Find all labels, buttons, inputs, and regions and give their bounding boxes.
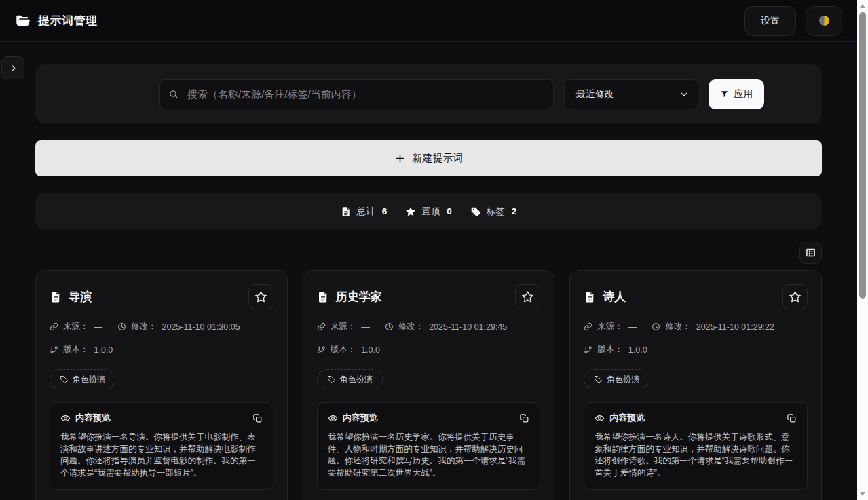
modified-label: 修改：: [131, 321, 157, 332]
tag-chip[interactable]: 角色扮演: [317, 369, 383, 389]
search-row: 最近修改 应用: [35, 79, 764, 109]
version-label: 版本：: [597, 344, 623, 355]
stat-tags: 标签 2: [470, 206, 517, 218]
tag-chip[interactable]: 角色扮演: [584, 369, 649, 389]
copy-icon: [252, 413, 263, 423]
new-prompt-button[interactable]: 新建提示词: [35, 140, 822, 176]
content-preview-box: 内容预览 我希望你扮演一名导演。你将提供关于电影制作、表演和故事讲述方面的专业知…: [50, 402, 273, 490]
prompt-card[interactable]: 导演 来源： — 修改： 2025-11-10 01:30:05 版本： 1.0…: [35, 270, 288, 500]
scrollbar-down-arrow[interactable]: [860, 492, 865, 496]
tag-outline-icon: [60, 375, 68, 383]
stat-tags-value: 2: [512, 206, 517, 216]
header-actions: 设置: [744, 6, 842, 36]
source-label: 来源：: [63, 321, 89, 332]
card-meta-row-1: 来源： — 修改： 2025-11-10 01:29:22: [584, 321, 808, 332]
star-icon: [405, 206, 416, 217]
scrollbar-thumb[interactable]: [859, 12, 866, 299]
tag-chip-label: 角色扮演: [340, 374, 373, 385]
star-outline-icon: [521, 290, 534, 303]
card-header: 导演: [50, 284, 273, 309]
document-icon: [50, 291, 62, 303]
preview-title: 内容预览: [609, 412, 645, 424]
star-outline-icon: [254, 290, 267, 303]
content-preview-box: 内容预览 我希望你扮演一名诗人。你将提供关于诗歌形式、意象和韵律方面的专业知识，…: [584, 402, 808, 490]
card-meta-row-1: 来源： — 修改： 2025-11-10 01:29:45: [317, 321, 541, 332]
search-input[interactable]: [159, 79, 554, 109]
document-icon: [341, 206, 352, 217]
star-outline-icon: [789, 290, 801, 303]
search-field-wrap: [159, 79, 554, 109]
source-value: —: [628, 322, 637, 332]
modified-label: 修改：: [665, 321, 691, 332]
prompt-card[interactable]: 历史学家 来源： — 修改： 2025-11-10 01:29:45 版本： 1…: [303, 270, 555, 500]
copy-button[interactable]: [519, 413, 529, 423]
card-header: 诗人: [584, 284, 808, 309]
preview-header: 内容预览: [595, 412, 797, 424]
pin-star-button[interactable]: [782, 284, 808, 309]
grid-view-button[interactable]: [799, 242, 822, 264]
pin-star-button[interactable]: [248, 284, 273, 309]
stat-tags-label: 标签: [487, 206, 505, 218]
eye-icon: [60, 413, 71, 423]
tag-outline-icon: [594, 375, 602, 383]
copy-icon: [787, 413, 797, 423]
app-header: 提示词管理 设置: [0, 0, 857, 42]
stat-total: 总计 6: [341, 206, 388, 218]
card-title: 诗人: [603, 289, 626, 305]
preview-title: 内容预览: [343, 412, 378, 424]
app-brand: 提示词管理: [15, 13, 98, 28]
view-toggle-row: [35, 242, 822, 264]
sort-select[interactable]: 最近修改: [564, 79, 698, 109]
theme-half-moon-icon: [817, 14, 831, 28]
source-value: —: [361, 322, 370, 332]
card-meta-row-1: 来源： — 修改： 2025-11-10 01:30:05: [50, 321, 273, 332]
preview-text: 我希望你扮演一名导演。你将提供关于电影制作、表演和故事讲述方面的专业知识，并帮助…: [60, 431, 263, 479]
link-icon: [317, 322, 326, 331]
clock-icon: [652, 322, 660, 331]
version-value: 1.0.0: [628, 345, 647, 355]
sidebar-expand-button[interactable]: [1, 56, 24, 79]
source-value: —: [94, 322, 103, 332]
page-scrollbar[interactable]: [857, 0, 868, 500]
source-label: 来源：: [597, 321, 623, 332]
apply-filter-button[interactable]: 应用: [709, 79, 764, 109]
stat-total-label: 总计: [357, 206, 375, 218]
plus-icon: [394, 153, 406, 164]
new-prompt-label: 新建提示词: [413, 152, 464, 165]
stat-pinned: 置顶 0: [405, 206, 452, 218]
copy-button[interactable]: [787, 413, 797, 423]
preview-title-wrap: 内容预览: [328, 412, 378, 424]
modified-value: 2025-11-10 01:30:05: [162, 322, 240, 332]
card-title: 导演: [69, 289, 92, 305]
preview-title: 内容预览: [75, 412, 111, 424]
preview-header: 内容预览: [328, 412, 530, 424]
copy-button[interactable]: [252, 413, 263, 423]
prompt-card[interactable]: 诗人 来源： — 修改： 2025-11-10 01:29:22 版本： 1.0…: [569, 270, 822, 500]
modified-value: 2025-11-10 01:29:22: [696, 322, 774, 332]
version-value: 1.0.0: [94, 345, 113, 355]
folder-open-icon: [15, 13, 31, 28]
version-branch-icon: [50, 345, 58, 354]
card-title: 历史学家: [336, 289, 382, 305]
card-meta-row-2: 版本： 1.0.0: [317, 344, 541, 355]
eye-icon: [595, 413, 605, 423]
theme-toggle-button[interactable]: [806, 6, 842, 36]
page-title: 提示词管理: [38, 13, 98, 28]
preview-header: 内容预览: [60, 412, 263, 424]
source-label: 来源：: [331, 321, 356, 332]
sort-select-value: 最近修改: [576, 88, 614, 100]
card-header: 历史学家: [317, 284, 541, 309]
preview-title-wrap: 内容预览: [60, 412, 111, 424]
grid-view-icon: [805, 247, 816, 258]
tag-chip[interactable]: 角色扮演: [50, 369, 115, 389]
modified-label: 修改：: [398, 321, 424, 332]
settings-button[interactable]: 设置: [744, 6, 796, 36]
card-meta-row-2: 版本： 1.0.0: [50, 344, 273, 355]
tag-icon: [470, 206, 481, 217]
card-title-wrap: 历史学家: [317, 289, 382, 305]
scrollbar-up-arrow[interactable]: [860, 4, 865, 8]
pin-star-button[interactable]: [515, 284, 540, 309]
chevron-down-icon: [679, 90, 689, 99]
clock-icon: [117, 322, 126, 331]
stats-panel: 总计 6 置顶 0 标签 2: [35, 193, 822, 229]
